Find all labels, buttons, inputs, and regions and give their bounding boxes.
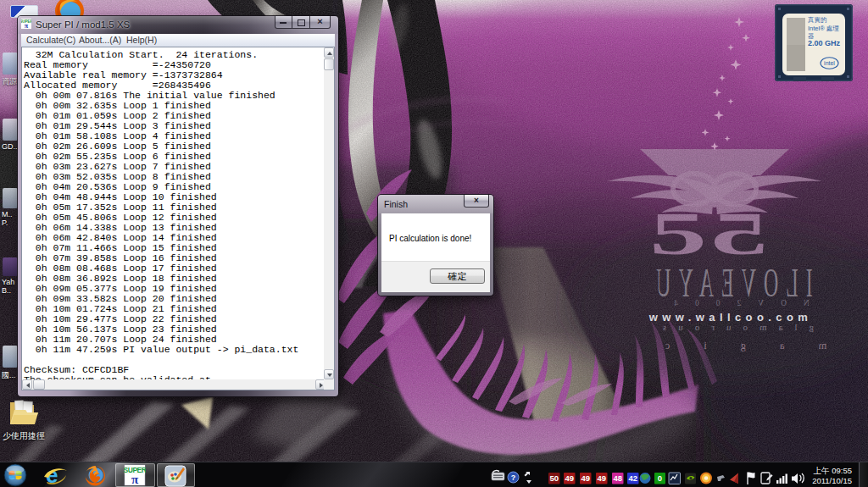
- svg-text:48: 48: [613, 473, 622, 483]
- svg-text:2.00 GHz: 2.00 GHz: [808, 39, 841, 47]
- svg-text:0: 0: [658, 473, 662, 483]
- svg-text:49: 49: [565, 473, 574, 483]
- svg-text:49: 49: [597, 473, 606, 483]
- svg-text:50: 50: [549, 473, 559, 483]
- svg-text:Intel® 處理: Intel® 處理: [808, 25, 839, 32]
- svg-text:真實的: 真實的: [807, 16, 827, 24]
- svg-text:intel: intel: [824, 60, 835, 66]
- svg-text:49: 49: [581, 473, 590, 483]
- svg-text:π: π: [131, 473, 139, 486]
- svg-text:?: ?: [511, 473, 516, 482]
- svg-text:π: π: [25, 22, 29, 29]
- svg-text:42: 42: [628, 473, 637, 483]
